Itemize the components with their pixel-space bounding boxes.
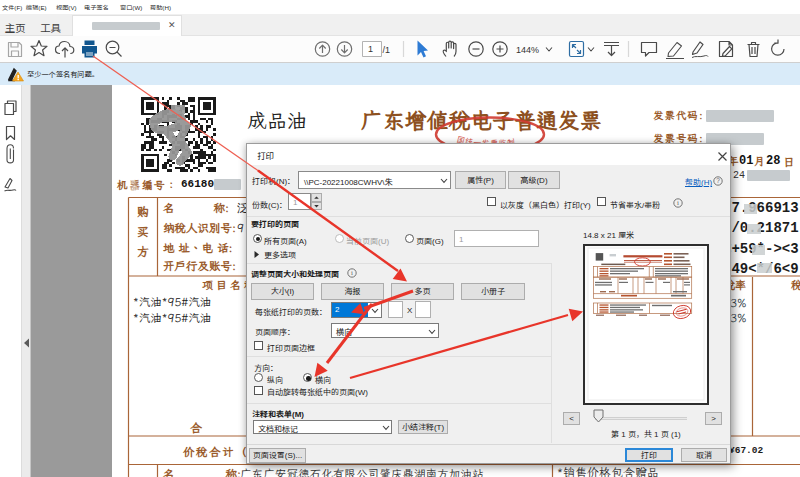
svg-text:i: i	[677, 199, 679, 207]
svg-text:i: i	[351, 269, 353, 277]
svg-text:?: ?	[716, 177, 720, 184]
